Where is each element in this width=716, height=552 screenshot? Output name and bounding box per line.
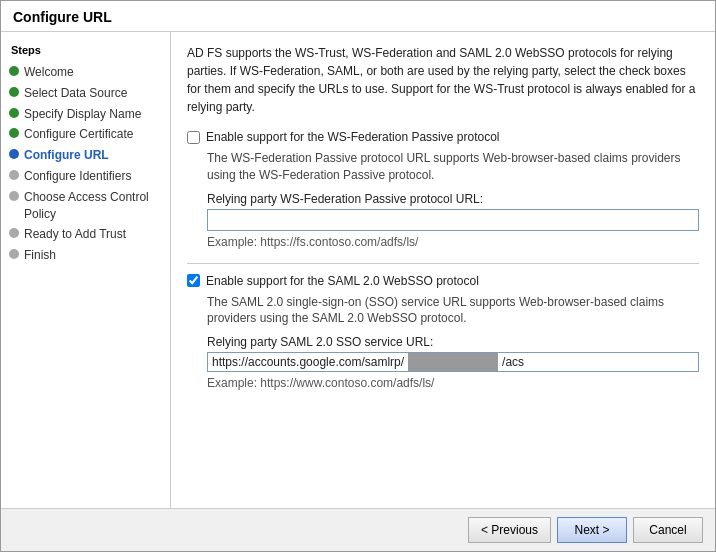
step-dot-ready-to-add-trust — [9, 228, 19, 238]
cancel-button[interactable]: Cancel — [633, 517, 703, 543]
next-button[interactable]: Next > — [557, 517, 627, 543]
ws-federation-checkbox-label[interactable]: Enable support for the WS-Federation Pas… — [206, 130, 499, 144]
step-dot-configure-certificate — [9, 128, 19, 138]
sidebar-item-label-welcome: Welcome — [24, 64, 164, 81]
sidebar-item-configure-identifiers: Configure Identifiers — [1, 166, 170, 187]
sidebar-item-choose-access-control: Choose Access Control Policy — [1, 187, 170, 225]
saml-field-label: Relying party SAML 2.0 SSO service URL: — [207, 335, 699, 349]
step-dot-configure-url — [9, 149, 19, 159]
sidebar-item-specify-display-name: Specify Display Name — [1, 104, 170, 125]
sidebar-item-label-configure-certificate: Configure Certificate — [24, 126, 164, 143]
sidebar-item-select-data-source: Select Data Source — [1, 83, 170, 104]
previous-button[interactable]: < Previous — [468, 517, 551, 543]
saml-checkbox-row[interactable]: Enable support for the SAML 2.0 WebSSO p… — [187, 274, 699, 288]
sidebar-item-label-finish: Finish — [24, 247, 164, 264]
step-dot-welcome — [9, 66, 19, 76]
steps-label: Steps — [1, 42, 170, 62]
ws-federation-indented: The WS-Federation Passive protocol URL s… — [207, 150, 699, 249]
saml-indented: The SAML 2.0 single-sign-on (SSO) servic… — [207, 294, 699, 391]
ws-federation-field-label: Relying party WS-Federation Passive prot… — [207, 192, 699, 206]
sidebar-item-welcome: Welcome — [1, 62, 170, 83]
saml-section: Enable support for the SAML 2.0 WebSSO p… — [187, 274, 699, 391]
intro-text: AD FS supports the WS-Trust, WS-Federati… — [187, 44, 699, 116]
ws-federation-example: Example: https://fs.contoso.com/adfs/ls/ — [207, 235, 699, 249]
step-dot-specify-display-name — [9, 108, 19, 118]
dialog-footer: < Previous Next > Cancel — [1, 508, 715, 551]
saml-url-redacted — [408, 353, 498, 371]
step-dot-finish — [9, 249, 19, 259]
sidebar-item-finish: Finish — [1, 245, 170, 266]
sidebar-item-configure-certificate: Configure Certificate — [1, 124, 170, 145]
sidebar-item-label-select-data-source: Select Data Source — [24, 85, 164, 102]
section-divider — [187, 263, 699, 264]
saml-checkbox-label[interactable]: Enable support for the SAML 2.0 WebSSO p… — [206, 274, 479, 288]
saml-desc: The SAML 2.0 single-sign-on (SSO) servic… — [207, 294, 699, 328]
dialog-title: Configure URL — [1, 1, 715, 32]
ws-federation-checkbox-row[interactable]: Enable support for the WS-Federation Pas… — [187, 130, 699, 144]
sidebar-item-label-configure-identifiers: Configure Identifiers — [24, 168, 164, 185]
ws-federation-desc: The WS-Federation Passive protocol URL s… — [207, 150, 699, 184]
step-dot-choose-access-control — [9, 191, 19, 201]
sidebar: Steps Welcome Select Data Source Specify… — [1, 32, 171, 508]
sidebar-item-label-choose-access-control: Choose Access Control Policy — [24, 189, 164, 223]
saml-example: Example: https://www.contoso.com/adfs/ls… — [207, 376, 699, 390]
sidebar-item-label-configure-url: Configure URL — [24, 147, 164, 164]
sidebar-item-configure-url: Configure URL — [1, 145, 170, 166]
sidebar-item-ready-to-add-trust: Ready to Add Trust — [1, 224, 170, 245]
step-dot-configure-identifiers — [9, 170, 19, 180]
sidebar-item-label-ready-to-add-trust: Ready to Add Trust — [24, 226, 164, 243]
saml-checkbox[interactable] — [187, 274, 200, 287]
saml-url-prefix: https://accounts.google.com/samlrp/ — [208, 353, 408, 371]
configure-url-dialog: Configure URL Steps Welcome Select Data … — [0, 0, 716, 552]
ws-federation-section: Enable support for the WS-Federation Pas… — [187, 130, 699, 249]
ws-federation-url-input[interactable] — [207, 209, 699, 231]
saml-url-suffix: /acs — [498, 353, 528, 371]
dialog-body: Steps Welcome Select Data Source Specify… — [1, 32, 715, 508]
sidebar-item-label-specify-display-name: Specify Display Name — [24, 106, 164, 123]
saml-url-row[interactable]: https://accounts.google.com/samlrp/ /acs — [207, 352, 699, 372]
step-dot-select-data-source — [9, 87, 19, 97]
ws-federation-checkbox[interactable] — [187, 131, 200, 144]
main-content: AD FS supports the WS-Trust, WS-Federati… — [171, 32, 715, 508]
